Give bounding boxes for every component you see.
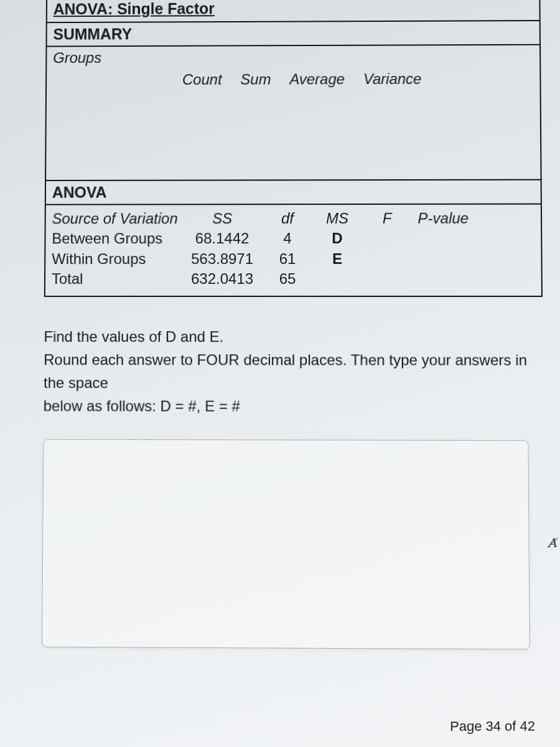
row-between-ss: 68.1442 <box>182 228 263 248</box>
col-variance: Variance <box>363 70 422 88</box>
hdr-f: F <box>362 209 412 228</box>
row-within-ms: E <box>312 249 362 269</box>
format-toggle-icon[interactable]: A̸ <box>547 535 556 550</box>
col-sum: Sum <box>240 71 271 88</box>
hdr-pvalue: P-value <box>412 209 474 228</box>
summary-header-row: Groups Count Sum Average Variance <box>45 45 541 181</box>
answer-input[interactable] <box>42 439 530 650</box>
anova-output-table: ANOVA: Single Factor SUMMARY Groups Coun… <box>44 0 543 297</box>
row-within-df: 61 <box>263 249 312 269</box>
row-between-source: Between Groups <box>52 229 182 249</box>
hdr-source: Source of Variation <box>52 209 182 228</box>
question-line1: Find the values of D and E. <box>44 328 223 345</box>
groups-label: Groups <box>53 49 101 66</box>
page-number: Page 34 of 42 <box>450 718 535 735</box>
anova-label: ANOVA <box>45 180 541 205</box>
question-text: Find the values of D and E. Round each a… <box>44 325 544 418</box>
row-total-df: 65 <box>263 269 312 289</box>
row-total-source: Total <box>52 269 182 289</box>
hdr-ss: SS <box>182 209 263 228</box>
summary-label: SUMMARY <box>47 21 540 46</box>
row-within-ss: 563.8971 <box>182 249 263 269</box>
row-between-df: 4 <box>263 228 312 248</box>
table-title: ANOVA: Single Factor <box>47 0 540 22</box>
row-total-ss: 632.0413 <box>182 269 263 289</box>
row-between-ms: D <box>312 228 362 248</box>
col-count: Count <box>182 71 222 88</box>
row-within-source: Within Groups <box>52 249 182 269</box>
question-line3: below as follows: D = #, E = # <box>44 397 240 415</box>
hdr-ms: MS <box>312 209 362 228</box>
anova-variation-block: Source of Variation SS df MS F P-value B… <box>45 204 542 296</box>
question-line2: Round each answer to FOUR decimal places… <box>44 351 527 391</box>
hdr-df: df <box>263 209 312 228</box>
col-average: Average <box>289 70 345 88</box>
